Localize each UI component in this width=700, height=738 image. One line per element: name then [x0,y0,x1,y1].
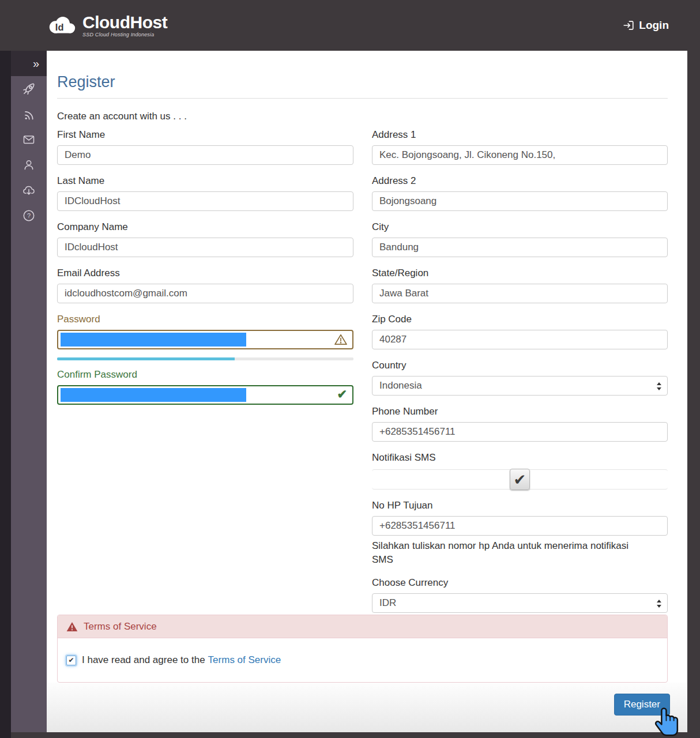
state-label: State/Region [372,268,668,279]
login-icon [622,19,635,32]
rocket-icon [22,82,36,96]
phone-input[interactable] [372,422,668,442]
no-hp-input[interactable] [372,516,668,536]
last-name-input[interactable] [57,191,353,211]
country-selected-value: Indonesia [379,380,422,391]
tos-panel-title: Terms of Service [84,621,157,632]
password-strength-fill [57,357,235,360]
currency-label: Choose Currency [372,577,668,589]
logo-text: CloudHost SSD Cloud Hosting Indonesia [82,14,167,37]
field-sms-notification: Notifikasi SMS ✔ [372,452,668,490]
rss-icon [22,107,36,121]
tos-panel: Terms of Service ✔ I have read and agree… [57,615,668,683]
hand-pointer-cursor [654,707,681,738]
check-icon: ✔ [68,657,74,664]
password-strength-bar [57,357,353,360]
first-name-input[interactable] [57,145,353,165]
country-select[interactable]: Indonesia [372,376,668,396]
no-hp-help-text: Silahkan tuliskan nomor hp Anda untuk me… [372,539,634,567]
svg-text:?: ? [27,212,31,219]
field-last-name: Last Name [57,175,353,211]
tos-panel-body: ✔ I have read and agree to the Terms of … [58,638,667,682]
page-title: Register [57,73,668,91]
sms-checkbox-row: ✔ [372,469,668,490]
page: Id CloudHost SSD Cloud Hosting Indonesia… [0,0,700,738]
company-name-label: Company Name [57,221,353,233]
title-divider [57,98,668,99]
confirm-password-input[interactable]: ✔ [57,385,353,405]
sidebar-item-downloads[interactable] [11,178,47,203]
brand-name: CloudHost [82,14,167,31]
chevrons-right-icon: » [33,57,39,70]
address2-input[interactable] [372,191,668,211]
tos-panel-header: Terms of Service [58,615,667,638]
phone-label: Phone Number [372,406,668,417]
field-company-name: Company Name [57,221,353,257]
company-name-input[interactable] [57,238,353,257]
currency-select[interactable]: IDR [372,593,668,613]
field-no-hp: No HP Tujuan Silahkan tuliskan nomor hp … [372,500,668,567]
sidebar-item-news[interactable] [11,101,47,127]
sidebar-item-account[interactable] [11,152,47,178]
confirm-password-text-selection [61,388,246,402]
field-password: Password [57,314,353,360]
field-address1: Address 1 [372,129,668,165]
field-first-name: First Name [57,129,353,165]
address2-label: Address 2 [372,175,668,187]
field-city: City [372,221,668,257]
tos-agree-text: I have read and agree to the [82,654,205,666]
app-header: Id CloudHost SSD Cloud Hosting Indonesia… [0,0,700,51]
first-name-label: First Name [57,129,353,141]
check-icon: ✔ [337,387,347,401]
updown-arrows-icon [656,599,662,608]
field-country: Country Indonesia [372,360,668,396]
sidebar-expand-button[interactable]: » [11,51,47,76]
logo-badge: Id [55,22,64,32]
sidebar-item-help[interactable]: ? [11,203,47,228]
cloud-logo-icon: Id [45,14,78,37]
brand-tagline: SSD Cloud Hosting Indonesia [82,32,167,37]
field-confirm-password: Confirm Password ✔ [57,369,353,405]
field-address2: Address 2 [372,175,668,211]
no-hp-label: No HP Tujuan [372,500,668,511]
form-column-right: Address 1 Address 2 City State/Region Zi… [372,129,668,623]
mail-icon [22,133,36,146]
email-label: Email Address [57,268,353,279]
form-column-left: First Name Last Name Company Name Email … [57,129,353,415]
password-text-selection [61,333,246,347]
warning-triangle-icon [334,333,348,346]
tos-checkbox[interactable]: ✔ [66,656,76,665]
field-state: State/Region [372,268,668,303]
email-input[interactable] [57,284,353,303]
sidebar-rail [0,51,11,738]
login-button[interactable]: Login [622,19,669,32]
sms-label: Notifikasi SMS [372,452,668,464]
address1-input[interactable] [372,145,668,165]
logo[interactable]: Id CloudHost SSD Cloud Hosting Indonesia [45,14,167,37]
tos-link[interactable]: Terms of Service [208,654,281,666]
password-input[interactable] [57,330,353,349]
zip-input[interactable] [372,330,668,349]
confirm-password-label: Confirm Password [57,369,353,381]
sidebar-item-launch[interactable] [11,76,47,101]
city-input[interactable] [372,238,668,257]
login-label: Login [639,19,669,32]
state-input[interactable] [372,284,668,303]
alert-triangle-icon [66,622,78,632]
intro-text: Create an account with us . . . [57,111,668,122]
address1-label: Address 1 [372,129,668,141]
sms-checkbox[interactable]: ✔ [510,469,530,490]
cloud-download-icon [22,183,36,197]
currency-selected-value: IDR [379,597,396,609]
zip-label: Zip Code [372,314,668,325]
updown-arrows-icon [656,382,662,391]
user-icon [22,158,36,172]
password-label: Password [57,314,353,325]
country-label: Country [372,360,668,371]
city-label: City [372,221,668,233]
check-icon: ✔ [514,472,526,487]
last-name-label: Last Name [57,175,353,187]
help-icon: ? [22,209,36,223]
sidebar-item-messages[interactable] [11,127,47,152]
sidebar: » [11,51,47,732]
